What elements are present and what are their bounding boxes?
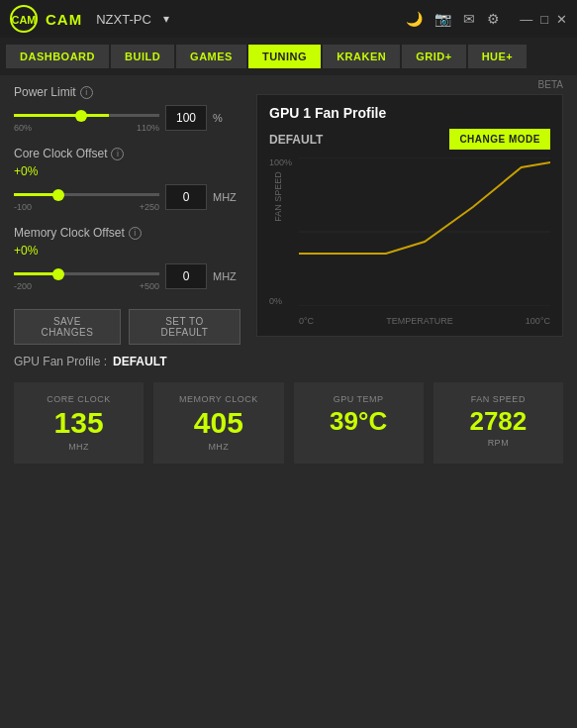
nav-tuning[interactable]: TUNING [248,45,321,68]
power-limit-label: Power Limit i [14,85,240,99]
memory-clock-slider-container: -200 +500 [14,261,159,291]
core-clock-slider[interactable] [14,193,159,196]
nav-grid[interactable]: GRID+ [402,45,465,68]
core-clock-slider-row: -100 +250 MHZ [14,182,240,212]
close-button[interactable]: ✕ [556,12,567,27]
nav-kraken[interactable]: KRAKEN [323,45,400,68]
power-limit-info-icon[interactable]: i [80,86,93,99]
memory-clock-max: +500 [140,281,159,291]
stat-core-clock: CORE CLOCK 135 MHZ [14,382,144,464]
nav-dashboard[interactable]: DASHBOARD [6,45,109,68]
x-label-temp: TEMPERATURE [386,316,452,326]
stat-core-clock-unit: MHZ [68,442,89,452]
memory-clock-input[interactable] [165,263,207,289]
stat-memory-clock-label: MEMORY CLOCK [179,394,258,404]
save-changes-button[interactable]: SAVE CHANGES [14,309,121,345]
fan-panel-title: GPU 1 Fan Profile [269,105,550,121]
stat-memory-clock: MEMORY CLOCK 405 MHZ [153,382,283,464]
pc-name: NZXT-PC [96,12,151,27]
stat-gpu-temp-label: GPU TEMP [334,394,384,404]
core-clock-offset-display: +0% [14,164,240,178]
minimize-button[interactable]: — [520,12,532,27]
power-limit-unit: % [213,112,240,124]
settings-icon[interactable]: ⚙ [487,11,500,27]
moon-icon[interactable]: 🌙 [406,11,423,27]
x-label-0: 0°C [299,316,314,326]
nav-hue[interactable]: HUE+ [468,45,528,68]
core-clock-group: Core Clock Offset i +0% -100 +250 MHZ [14,147,240,212]
memory-clock-min: -200 [14,281,32,291]
power-limit-min: 60% [14,123,32,133]
stat-memory-clock-unit: MHZ [208,442,229,452]
x-label-100: 100°C [526,316,550,326]
power-limit-slider[interactable] [14,114,159,117]
memory-clock-slider[interactable] [14,272,159,275]
stat-fan-speed-label: Fan Speed [471,394,526,404]
controls-panel: Power Limit i 60% 110% % [14,85,244,345]
action-buttons: SAVE CHANGES SET TO DEFAULT [14,309,240,345]
core-clock-label: Core Clock Offset i [14,147,240,160]
stats-row: CORE CLOCK 135 MHZ MEMORY CLOCK 405 MHZ … [14,382,563,464]
window-controls: — □ ✕ [520,12,567,27]
memory-clock-group: Memory Clock Offset i +0% -200 +500 MHZ [14,226,240,291]
mail-icon[interactable]: ✉ [463,11,475,27]
memory-clock-unit: MHZ [213,270,240,282]
core-clock-max: +250 [140,202,159,212]
fan-mode-label: DEFAULT [269,133,323,147]
core-clock-input[interactable] [165,184,207,210]
change-mode-button[interactable]: CHANGE MODE [449,129,550,150]
chart-x-labels: 0°C TEMPERATURE 100°C [299,316,550,326]
main-content: Power Limit i 60% 110% % [0,75,577,473]
stat-gpu-temp-value: 39°C [330,408,387,434]
stat-gpu-temp: GPU TEMP 39°C [294,382,424,464]
navbar: DASHBOARD BUILD GAMES TUNING KRAKEN GRID… [0,38,577,75]
controls-row: Power Limit i 60% 110% % [14,85,563,345]
memory-clock-slider-row: -200 +500 MHZ [14,261,240,291]
memory-clock-offset-display: +0% [14,244,240,258]
core-clock-slider-container: -100 +250 [14,182,159,212]
app-name: CAM [46,11,82,28]
core-clock-info-icon[interactable]: i [111,148,124,160]
power-limit-slider-container: 60% 110% [14,103,159,133]
power-limit-slider-row: 60% 110% % [14,103,240,133]
set-to-default-button[interactable]: SET TO DEFAULT [129,309,240,345]
stat-fan-speed-value: 2782 [469,408,527,434]
stat-fan-speed: Fan Speed 2782 RPM [433,382,563,464]
y-label-100: 100% [269,157,292,167]
gpu-profile-row: GPU Fan Profile : DEFAULT [14,355,563,368]
stat-fan-speed-unit: RPM [488,438,510,448]
core-clock-unit: MHZ [213,191,240,203]
nav-build[interactable]: BUILD [111,45,174,68]
dropdown-icon[interactable]: ▾ [163,12,169,26]
y-label-0: 0% [269,296,292,306]
svg-text:CAM: CAM [11,14,36,26]
fan-mode-row: DEFAULT CHANGE MODE [269,129,550,150]
core-clock-min: -100 [14,202,32,212]
titlebar: CAM CAM NZXT-PC ▾ 🌙 📷 ✉ ⚙ — □ ✕ [0,0,577,38]
maximize-button[interactable]: □ [540,12,548,27]
power-limit-group: Power Limit i 60% 110% % [14,85,240,133]
gpu-profile-label: GPU Fan Profile : [14,355,107,368]
power-limit-max: 110% [137,123,159,133]
memory-clock-label: Memory Clock Offset i [14,226,240,240]
memory-clock-info-icon[interactable]: i [129,227,142,240]
titlebar-left: CAM CAM NZXT-PC ▾ [10,5,169,33]
nzxt-logo-icon: CAM [10,5,38,33]
gpu-profile-name: DEFAULT [113,355,166,368]
camera-icon[interactable]: 📷 [434,11,451,27]
chart-inner [299,157,550,306]
nav-games[interactable]: GAMES [176,45,246,68]
fan-panel: GPU 1 Fan Profile DEFAULT CHANGE MODE 10… [256,94,563,337]
stat-gpu-temp-unit [357,438,360,448]
stat-core-clock-label: CORE CLOCK [47,394,111,404]
power-limit-input[interactable] [165,105,207,131]
fan-chart-area: 100% 0% FAN SPEED [269,157,550,326]
fan-speed-y-axis-label: FAN SPEED [273,171,283,222]
stat-memory-clock-value: 405 [194,408,243,438]
beta-label: BETA [256,79,563,90]
stat-core-clock-value: 135 [54,408,104,438]
fan-chart-svg [299,157,550,306]
titlebar-right: 🌙 📷 ✉ ⚙ — □ ✕ [406,11,567,27]
